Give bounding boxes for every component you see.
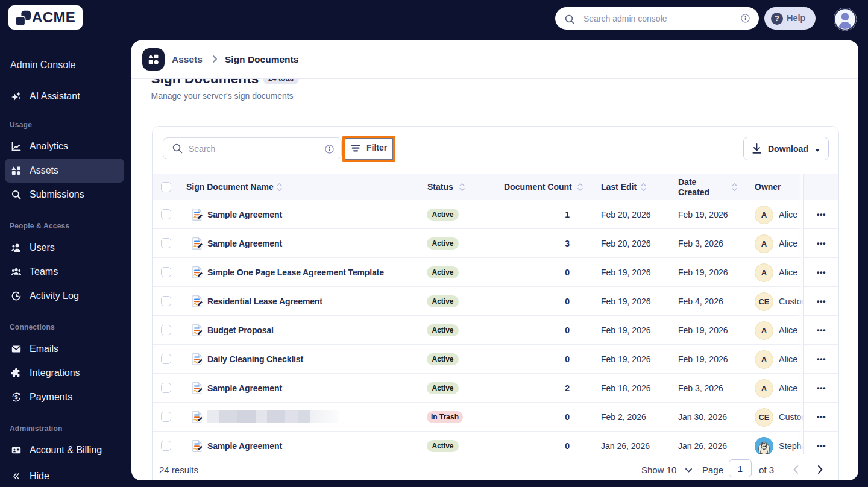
svg-text:$: $ bbox=[14, 394, 18, 400]
